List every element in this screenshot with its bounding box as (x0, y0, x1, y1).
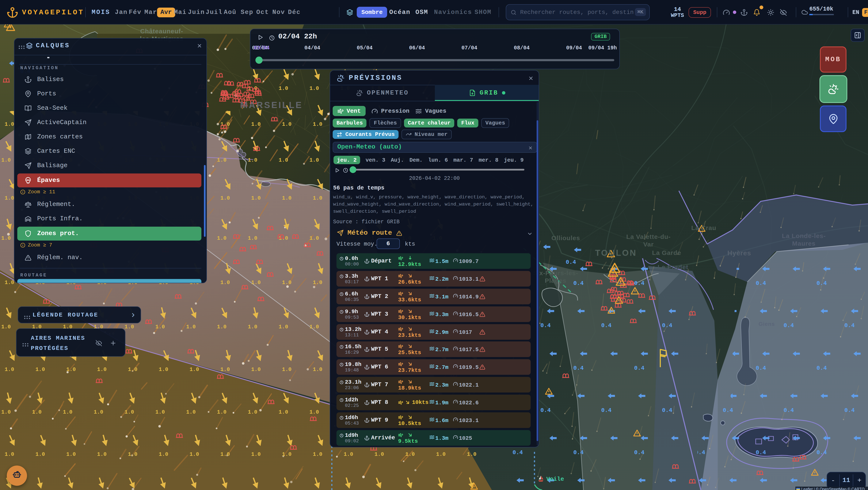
svg-text:1.0: 1.0 (186, 409, 196, 415)
svg-text:0.4: 0.4 (844, 322, 855, 329)
svg-text:1.0: 1.0 (1, 235, 11, 241)
svg-text:1.0: 1.0 (159, 366, 168, 373)
svg-text:1.0: 1.0 (5, 195, 14, 201)
svg-text:1.0: 1.0 (405, 451, 415, 458)
svg-text:0.4: 0.4 (573, 450, 584, 456)
svg-text:1.0: 1.0 (309, 409, 319, 415)
svg-text:1.0: 1.0 (97, 366, 106, 373)
svg-text:0.4: 0.4 (540, 322, 551, 329)
svg-text:MARSEILLE: MARSEILLE (240, 100, 303, 110)
svg-text:Le Pradet: Le Pradet (657, 264, 688, 270)
svg-text:1.0: 1.0 (220, 280, 230, 286)
svg-text:1.0: 1.0 (5, 366, 14, 373)
svg-text:1.0: 1.0 (309, 86, 319, 92)
svg-text:Hyères: Hyères (727, 249, 751, 257)
svg-text:1.0: 1.0 (467, 451, 476, 458)
svg-text:1.0: 1.0 (374, 451, 384, 458)
svg-text:1.0: 1.0 (309, 324, 319, 330)
svg-text:1.0: 1.0 (125, 324, 134, 330)
svg-text:1.0: 1.0 (217, 409, 226, 415)
svg-text:0.4: 0.4 (662, 322, 672, 329)
svg-text:1.0: 1.0 (35, 366, 45, 373)
svg-text:1.0: 1.0 (279, 409, 288, 415)
svg-text:1.0: 1.0 (309, 235, 319, 241)
svg-text:1.0: 1.0 (220, 195, 230, 201)
svg-text:1.0: 1.0 (282, 366, 291, 373)
svg-text:TOULON: TOULON (595, 248, 637, 257)
svg-text:1.0: 1.0 (220, 121, 230, 127)
svg-text:1.0: 1.0 (251, 451, 261, 458)
svg-text:1.0: 1.0 (5, 451, 14, 458)
svg-text:Plages: Plages (545, 277, 566, 284)
svg-text:0.4: 0.4 (783, 407, 794, 414)
svg-text:1.0: 1.0 (279, 324, 288, 330)
svg-text:1.0: 1.0 (251, 195, 261, 201)
svg-text:Maures: Maures (792, 240, 815, 247)
svg-text:0.4: 0.4 (601, 322, 612, 329)
svg-text:0.4: 0.4 (844, 407, 855, 414)
svg-text:1.0: 1.0 (220, 366, 230, 373)
svg-text:0.4: 0.4 (816, 280, 827, 287)
svg-text:1.0: 1.0 (344, 451, 353, 458)
svg-text:1.0: 1.0 (251, 280, 261, 286)
svg-text:1.0: 1.0 (97, 451, 106, 458)
svg-text:1.0: 1.0 (279, 157, 288, 163)
svg-text:1.0: 1.0 (313, 195, 322, 201)
svg-text:1.0: 1.0 (155, 409, 165, 415)
svg-text:1.0: 1.0 (128, 451, 137, 458)
svg-text:1.0: 1.0 (217, 235, 226, 241)
svg-text:1.0: 1.0 (248, 157, 257, 163)
svg-text:Giens: Giens (758, 321, 775, 327)
svg-text:1.0: 1.0 (128, 366, 137, 373)
svg-text:1.0: 1.0 (1, 324, 11, 330)
svg-text:Six-Fours-les-: Six-Fours-les- (533, 269, 578, 276)
svg-text:0.4: 0.4 (816, 365, 827, 371)
svg-text:0.4: 0.4 (816, 450, 827, 456)
svg-text:Ollioules: Ollioules (551, 234, 580, 241)
svg-text:1.0: 1.0 (282, 195, 291, 201)
svg-text:0.4: 0.4 (783, 322, 794, 329)
svg-text:1.0: 1.0 (436, 451, 445, 458)
svg-text:1.0: 1.0 (190, 366, 199, 373)
svg-text:1.0: 1.0 (282, 280, 291, 286)
svg-text:La Crau: La Crau (691, 224, 716, 231)
svg-text:1.0: 1.0 (159, 451, 168, 458)
svg-text:1.0: 1.0 (1, 409, 11, 415)
svg-text:0.4: 0.4 (634, 280, 645, 287)
svg-text:1.0: 1.0 (217, 157, 226, 163)
svg-text:1.0: 1.0 (32, 409, 41, 415)
svg-text:0.4: 0.4 (573, 280, 584, 287)
svg-text:0.4: 0.4 (540, 407, 551, 414)
svg-text:1.0: 1.0 (190, 451, 199, 458)
svg-text:1.0: 1.0 (220, 451, 230, 458)
svg-text:0.4: 0.4 (662, 407, 672, 414)
svg-text:1.0: 1.0 (155, 324, 165, 330)
svg-text:Châteauneuf-: Châteauneuf- (140, 28, 183, 35)
svg-text:0.4: 0.4 (566, 259, 576, 265)
svg-text:0.4: 0.4 (756, 365, 766, 371)
svg-text:1.0: 1.0 (125, 409, 134, 415)
svg-text:0.4: 0.4 (601, 407, 612, 414)
svg-text:1.0: 1.0 (94, 409, 103, 415)
svg-text:1.0: 1.0 (186, 324, 196, 330)
svg-text:0.4: 0.4 (756, 450, 766, 456)
svg-text:1.0: 1.0 (66, 366, 76, 373)
svg-text:1.0: 1.0 (313, 280, 322, 286)
svg-text:0.4: 0.4 (634, 365, 645, 371)
svg-text:1.0: 1.0 (313, 121, 322, 127)
svg-text:0.4: 0.4 (723, 407, 733, 414)
svg-text:La Valette-du-: La Valette-du- (626, 233, 671, 240)
svg-text:1.0: 1.0 (282, 121, 291, 127)
svg-text:Voile: Voile (546, 476, 564, 482)
svg-text:1.0: 1.0 (251, 366, 261, 373)
svg-text:1.0: 1.0 (63, 409, 72, 415)
svg-text:1.0: 1.0 (217, 324, 226, 330)
svg-text:1.0: 1.0 (251, 121, 261, 127)
svg-text:1.0: 1.0 (5, 121, 14, 127)
svg-text:0.4: 0.4 (513, 450, 523, 456)
svg-text:La Londe-les-: La Londe-les- (782, 232, 826, 239)
svg-text:1.0: 1.0 (248, 324, 257, 330)
svg-text:1.0: 1.0 (35, 451, 45, 458)
svg-text:1.0: 1.0 (309, 157, 319, 163)
svg-text:0.4: 0.4 (756, 280, 766, 287)
